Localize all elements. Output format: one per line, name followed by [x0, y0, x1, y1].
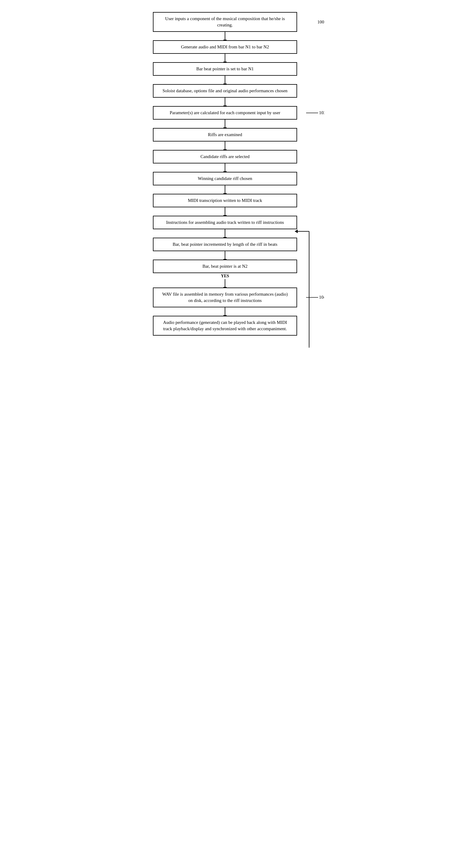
arrow-2-3 [225, 54, 225, 62]
flowchart: User inputs a component of the musical c… [123, 12, 327, 336]
box11: Bar, beat pointer incremented by length … [153, 238, 297, 251]
arrow-10-11 [225, 229, 225, 238]
box5-wrapper: Parameter(s) are calculated for each com… [153, 106, 297, 120]
arrow-7-8 [225, 163, 225, 172]
arrow-5-6 [225, 120, 225, 128]
arrow-13-14 [225, 307, 225, 316]
box8: Winning candidate riff chosen [153, 172, 297, 185]
arrow-3-4 [225, 76, 225, 84]
box12: Bar, beat pointer is at N2 [153, 259, 297, 273]
arrow-6-7 [225, 142, 225, 150]
arrow-12-13 [225, 279, 225, 287]
ref-102-wrapper: 102 [306, 110, 324, 116]
arrow-1-2 [225, 32, 225, 40]
arrow-11-12 [225, 251, 225, 259]
box9: MIDI transcription written to MIDI track [153, 194, 297, 207]
arrow-4-5 [225, 98, 225, 106]
yes-label: YES [221, 274, 229, 279]
box5: Parameter(s) are calculated for each com… [153, 106, 297, 120]
box14: Audio performance (generated) can be pla… [153, 316, 297, 336]
box6: Riffs are examined [153, 128, 297, 142]
ref-104-wrapper: 104 [306, 294, 324, 301]
diagram-container: NO User inputs a component of the musica… [123, 12, 327, 336]
box1: User inputs a component of the musical c… [153, 12, 297, 32]
arrow-9-10 [225, 207, 225, 216]
box10: Instructions for assembling audio track … [153, 216, 297, 229]
box4: Soloist database, options file and origi… [153, 84, 297, 98]
ref-100: 100 [318, 20, 324, 25]
box13: WAV file is assembled in memory from var… [153, 287, 297, 307]
ref102-svg: 102 [306, 110, 324, 116]
svg-text:102: 102 [319, 110, 324, 115]
arrow-8-9 [225, 185, 225, 194]
box1-wrapper: User inputs a component of the musical c… [153, 12, 297, 32]
ref104-svg: 104 [306, 294, 324, 301]
box7: Candidate riffs are selected [153, 150, 297, 163]
box3: Bar beat pointer is set to bar N1 [153, 62, 297, 76]
svg-text:104: 104 [319, 295, 324, 300]
box13-wrapper: WAV file is assembled in memory from var… [153, 287, 297, 307]
box2: Generate audio and MIDI from bar N1 to b… [153, 40, 297, 54]
